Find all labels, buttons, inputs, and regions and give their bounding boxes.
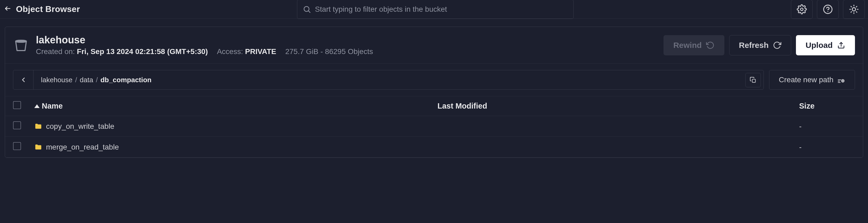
search-icon [303, 5, 311, 13]
upload-button[interactable]: Upload [796, 35, 855, 55]
rewind-button: Rewind [663, 35, 724, 55]
help-button[interactable] [817, 0, 839, 19]
access-label: Access: [217, 47, 243, 56]
bucket-name: lakehouse [36, 34, 373, 46]
help-icon [823, 4, 833, 15]
upload-icon [837, 41, 845, 50]
svg-point-3 [801, 8, 803, 11]
rewind-label: Rewind [673, 41, 702, 50]
row-checkbox[interactable] [13, 121, 21, 129]
search-input[interactable] [315, 5, 568, 13]
row-name: merge_on_read_table [46, 143, 119, 151]
breadcrumb-seg-1[interactable]: data [80, 76, 93, 84]
copy-icon [750, 77, 756, 84]
breadcrumb-sep: / [75, 76, 77, 84]
column-name-label: Name [42, 102, 63, 110]
sort-asc-icon [34, 104, 40, 108]
rewind-icon [706, 41, 715, 50]
created-value: Fri, Sep 13 2024 02:21:58 (GMT+5:30) [77, 47, 208, 56]
bucket-icon [13, 37, 29, 53]
svg-point-6 [852, 7, 856, 11]
column-header-size[interactable]: Size [799, 102, 855, 110]
back-arrow-icon[interactable] [3, 4, 12, 15]
new-path-icon [837, 76, 845, 84]
breadcrumb-seg-0[interactable]: lakehouse [41, 76, 72, 84]
copy-path-button[interactable] [745, 73, 761, 87]
bucket-meta: Created on: Fri, Sep 13 2024 02:21:58 (G… [36, 47, 373, 56]
create-path-button[interactable]: Create new path [769, 70, 855, 90]
upload-label: Upload [806, 41, 833, 50]
svg-line-13 [851, 11, 851, 12]
breadcrumb: lakehouse / data / db_compaction [13, 70, 764, 90]
row-checkbox[interactable] [13, 142, 21, 150]
refresh-label: Refresh [739, 41, 769, 50]
table-row[interactable]: copy_on_write_table - [5, 116, 863, 137]
breadcrumb-seg-2[interactable]: db_compaction [100, 76, 152, 84]
gear-icon [797, 4, 807, 15]
page-title: Object Browser [16, 4, 80, 14]
folder-icon [34, 122, 42, 131]
sun-icon [849, 4, 859, 15]
create-path-label: Create new path [779, 76, 833, 84]
table-row[interactable]: merge_on_read_table - [5, 137, 863, 158]
folder-icon [34, 143, 42, 151]
column-size-label: Size [799, 102, 814, 110]
svg-rect-16 [752, 79, 755, 83]
chevron-left-icon [20, 76, 27, 84]
refresh-icon [773, 41, 781, 50]
bucket-stats: 275.7 GiB - 86295 Objects [285, 47, 373, 56]
created-label: Created on: [36, 47, 75, 56]
svg-line-10 [856, 11, 857, 12]
breadcrumb-sep: / [96, 76, 98, 84]
refresh-button[interactable]: Refresh [729, 35, 792, 55]
svg-line-14 [856, 6, 857, 7]
theme-button[interactable] [843, 0, 865, 19]
access-value: PRIVATE [245, 47, 276, 56]
search-wrap [297, 0, 574, 19]
column-header-name[interactable]: Name [34, 102, 437, 110]
row-name: copy_on_write_table [46, 122, 114, 131]
column-modified-label: Last Modified [437, 102, 487, 110]
row-size: - [799, 143, 855, 151]
settings-button[interactable] [791, 0, 813, 19]
svg-line-9 [851, 6, 851, 7]
svg-line-2 [308, 11, 310, 12]
column-header-modified[interactable]: Last Modified [437, 102, 799, 110]
row-size: - [799, 122, 855, 131]
select-all-checkbox[interactable] [13, 101, 21, 109]
breadcrumb-back-button[interactable] [13, 70, 33, 89]
